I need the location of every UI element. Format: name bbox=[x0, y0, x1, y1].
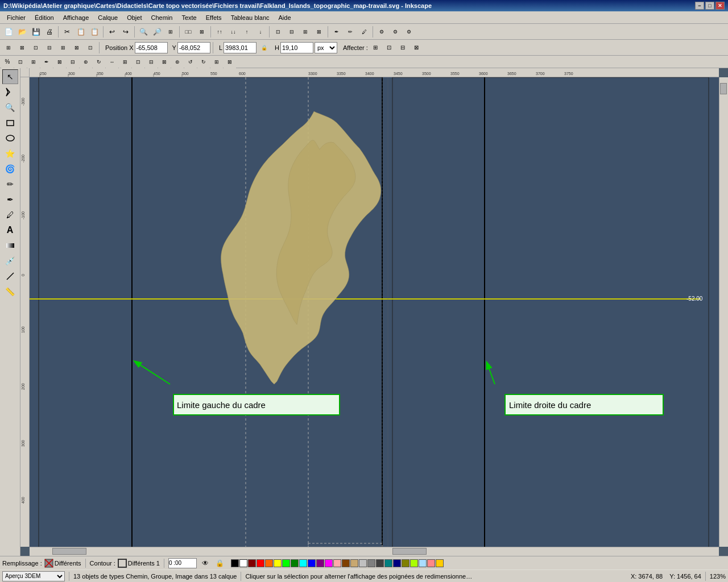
menu-affichage[interactable]: Affichage bbox=[59, 13, 94, 22]
new-button[interactable]: 📄 bbox=[2, 26, 15, 38]
connector-tool[interactable] bbox=[2, 269, 18, 284]
vertical-scrollbar[interactable] bbox=[719, 77, 728, 547]
group-button[interactable]: □□ bbox=[182, 26, 195, 38]
menu-calque[interactable]: Calque bbox=[93, 13, 122, 22]
raise-button[interactable]: ↑↑ bbox=[213, 26, 226, 38]
cut-button[interactable]: ✂ bbox=[61, 26, 73, 38]
swatch-red-dark[interactable] bbox=[248, 559, 256, 567]
snap-btn5[interactable]: ⊞ bbox=[57, 41, 69, 54]
affect-btn1[interactable]: ⊞ bbox=[369, 41, 382, 54]
text-tool[interactable]: A bbox=[2, 223, 18, 238]
layer-select[interactable]: Aperçu 3DEM bbox=[2, 571, 65, 581]
spiral-tool[interactable]: 🌀 bbox=[2, 161, 18, 176]
swatch-gray-light[interactable] bbox=[359, 559, 367, 567]
menu-effets[interactable]: Effets bbox=[201, 13, 226, 22]
maximize-button[interactable]: □ bbox=[705, 2, 714, 10]
snap-misc8[interactable]: ⊞ bbox=[210, 56, 223, 68]
tb-btn-misc9[interactable]: ⚙ bbox=[389, 26, 402, 38]
position-x-input[interactable] bbox=[135, 42, 168, 53]
select-tool[interactable]: ↖ bbox=[2, 69, 18, 84]
snap-main-btn[interactable]: % bbox=[1, 56, 14, 68]
close-button[interactable]: ✕ bbox=[715, 2, 725, 10]
tb-btn-misc5[interactable]: ✒ bbox=[330, 26, 343, 38]
swatch-navy[interactable] bbox=[393, 559, 401, 567]
menu-tableau-blanc[interactable]: Tableau blanc bbox=[226, 13, 274, 22]
unit-select[interactable]: px mm cm bbox=[315, 42, 337, 53]
snap-btn2[interactable]: ⊠ bbox=[16, 41, 28, 54]
affect-btn2[interactable]: ⊡ bbox=[383, 41, 395, 54]
swatch-red[interactable] bbox=[257, 559, 264, 567]
ungroup-button[interactable]: ⊠ bbox=[196, 26, 208, 38]
snap-misc5[interactable]: ⊛ bbox=[171, 56, 184, 68]
snap-grid-btn[interactable]: ⊠ bbox=[53, 56, 66, 68]
swatch-salmon[interactable] bbox=[427, 559, 435, 567]
tb-btn-misc10[interactable]: ⚙ bbox=[403, 26, 415, 38]
visibility-btn[interactable]: 👁 bbox=[199, 557, 212, 569]
snap-btn3[interactable]: ⊡ bbox=[30, 41, 42, 54]
save-button[interactable]: 💾 bbox=[30, 26, 42, 38]
workspace[interactable]: -52.00 Limite gauche du cadre Limite dro… bbox=[30, 77, 719, 547]
redo-button[interactable]: ↪ bbox=[119, 26, 132, 38]
swatch-gold[interactable] bbox=[436, 559, 444, 567]
menu-texte[interactable]: Texte bbox=[177, 13, 201, 22]
tb-btn-misc1[interactable]: ⊡ bbox=[272, 26, 284, 38]
zoom-out-button[interactable]: 🔎 bbox=[151, 26, 163, 38]
snap-guide-btn[interactable]: ⊟ bbox=[67, 56, 79, 68]
copy-button[interactable]: 📋 bbox=[75, 26, 87, 38]
menu-objet[interactable]: Objet bbox=[122, 13, 146, 22]
snap-btn1[interactable]: ⊞ bbox=[2, 41, 15, 54]
snap-misc9[interactable]: ⊠ bbox=[224, 56, 236, 68]
height-input[interactable] bbox=[280, 42, 313, 53]
snap-scale-btn[interactable]: ↔ bbox=[106, 56, 118, 68]
undo-button[interactable]: ↩ bbox=[106, 26, 118, 38]
swatch-green-light[interactable] bbox=[282, 559, 290, 567]
snap-path-btn[interactable]: ✒ bbox=[40, 56, 53, 68]
swatch-lime[interactable] bbox=[410, 559, 418, 567]
zoom-fit-button[interactable]: ⊞ bbox=[164, 26, 177, 38]
tb-btn-misc4[interactable]: ⊠ bbox=[313, 26, 325, 38]
snap-btn7[interactable]: ⊡ bbox=[84, 41, 97, 54]
calligraphy-tool[interactable]: 🖊 bbox=[2, 207, 18, 222]
rect-tool[interactable] bbox=[2, 115, 18, 130]
menu-fichier[interactable]: Fichier bbox=[2, 13, 30, 22]
pen-tool[interactable]: ✒ bbox=[2, 192, 18, 207]
snap-misc6[interactable]: ↺ bbox=[184, 56, 197, 68]
zoom-in-button[interactable]: 🔍 bbox=[137, 26, 150, 38]
swatch-brown[interactable] bbox=[342, 559, 350, 567]
width-input[interactable] bbox=[224, 42, 257, 53]
dropper-tool[interactable]: 💉 bbox=[2, 253, 18, 268]
position-y-input[interactable] bbox=[177, 42, 210, 53]
print-button[interactable]: 🖨 bbox=[43, 26, 56, 38]
horizontal-scrollbar-right[interactable] bbox=[370, 547, 719, 556]
snap-misc7[interactable]: ↻ bbox=[197, 56, 210, 68]
snap-misc1[interactable]: ⊞ bbox=[119, 56, 131, 68]
lock-btn[interactable]: 🔒 bbox=[214, 557, 226, 569]
swatch-gray[interactable] bbox=[367, 559, 375, 567]
swatch-yellow[interactable] bbox=[274, 559, 282, 567]
swatch-green[interactable] bbox=[291, 559, 299, 567]
swatch-magenta[interactable] bbox=[325, 559, 333, 567]
lock-ratio-btn[interactable]: 🔒 bbox=[258, 41, 270, 54]
tb-btn-misc7[interactable]: 🖊 bbox=[358, 26, 370, 38]
swatch-pink[interactable] bbox=[333, 559, 341, 567]
swatch-black[interactable] bbox=[231, 559, 239, 567]
raise-one-button[interactable]: ↑ bbox=[241, 26, 253, 38]
swatch-orange[interactable] bbox=[265, 559, 273, 567]
snap-bbox-btn[interactable]: ⊞ bbox=[27, 56, 40, 68]
tb-btn-misc2[interactable]: ⊟ bbox=[286, 26, 298, 38]
menu-edition[interactable]: Édition bbox=[30, 13, 59, 22]
affect-btn3[interactable]: ⊟ bbox=[396, 41, 409, 54]
minimize-button[interactable]: − bbox=[695, 2, 704, 10]
snap-btn6[interactable]: ⊠ bbox=[71, 41, 83, 54]
snap-misc4[interactable]: ⊠ bbox=[158, 56, 171, 68]
ellipse-tool[interactable] bbox=[2, 131, 18, 146]
snap-node-btn[interactable]: ⊡ bbox=[14, 56, 27, 68]
tb-btn-misc3[interactable]: ⊞ bbox=[299, 26, 312, 38]
swatch-sky[interactable] bbox=[419, 559, 427, 567]
gradient-tool[interactable] bbox=[2, 238, 18, 253]
horizontal-scrollbar-left[interactable] bbox=[30, 547, 379, 556]
snap-misc3[interactable]: ⊟ bbox=[145, 56, 158, 68]
swatch-teal[interactable] bbox=[384, 559, 392, 567]
lower-one-button[interactable]: ↓ bbox=[254, 26, 267, 38]
swatch-olive[interactable] bbox=[402, 559, 410, 567]
